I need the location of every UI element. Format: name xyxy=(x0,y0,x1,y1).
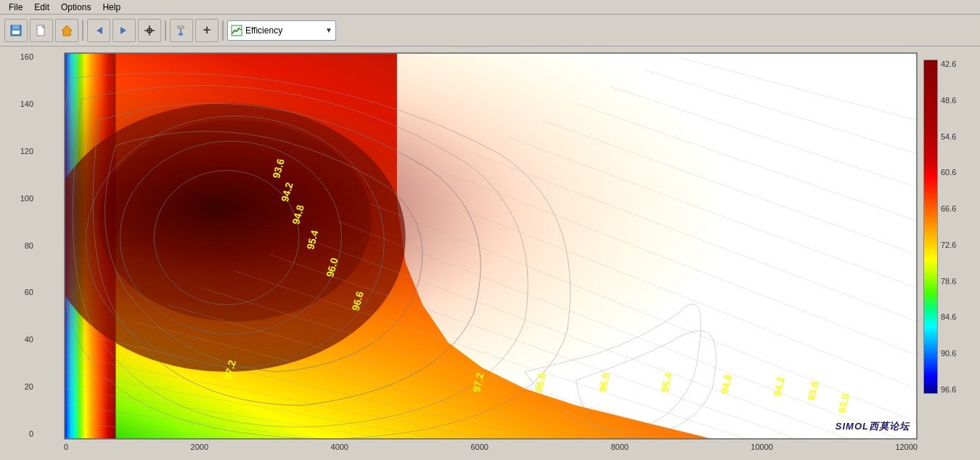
add-button[interactable]: + xyxy=(195,19,219,42)
x-axis: 0 2000 4000 6000 8000 10000 12000 xyxy=(35,441,918,451)
cb-label-90.6: 90.6 xyxy=(941,349,956,358)
svg-point-12 xyxy=(179,33,183,36)
new-button[interactable] xyxy=(30,19,53,42)
y-label-100: 100 xyxy=(20,194,33,203)
y-label-40: 40 xyxy=(25,335,33,344)
svg-rect-2 xyxy=(12,31,20,34)
save-button[interactable] xyxy=(4,19,28,42)
chart-canvas[interactable]: 93.6 94.2 94.8 95.4 96.0 96.6 97.2 97.2 … xyxy=(64,52,918,440)
svg-marker-5 xyxy=(97,27,102,34)
svg-rect-11 xyxy=(180,28,181,33)
cb-label-42.6: 42.6 xyxy=(941,60,956,68)
x-label-12000: 12000 xyxy=(895,443,918,451)
toolbar: + Efficiency ▼ xyxy=(0,15,980,47)
crosshair-button[interactable] xyxy=(138,19,161,42)
y-label-20: 20 xyxy=(25,382,33,391)
main-content: 0 20 40 60 80 100 120 140 160 xyxy=(0,47,980,460)
colorbar-labels: 96.6 90.6 84.6 78.6 72.6 66.6 60.6 54.6 … xyxy=(941,60,956,394)
y-label-0: 0 xyxy=(29,429,33,438)
dropdown-label: Efficiency xyxy=(245,25,282,36)
menu-help[interactable]: Help xyxy=(97,2,126,12)
y-label-60: 60 xyxy=(25,288,33,296)
x-label-6000: 6000 xyxy=(470,443,488,451)
toolbar-sep-3 xyxy=(222,20,224,41)
green-chart-icon xyxy=(231,25,242,36)
efficiency-dropdown[interactable]: Efficiency ▼ xyxy=(227,20,336,41)
home-button[interactable] xyxy=(55,19,78,42)
x-label-10000: 10000 xyxy=(751,443,773,451)
svg-rect-20 xyxy=(65,53,917,439)
svg-marker-4 xyxy=(62,25,72,36)
x-label-2000: 2000 xyxy=(191,443,208,451)
cb-label-72.6: 72.6 xyxy=(941,241,956,249)
brush-button[interactable] xyxy=(170,19,193,42)
svg-marker-6 xyxy=(121,27,126,34)
cb-label-84.6: 84.6 xyxy=(941,312,956,321)
chart-area: 0 20 40 60 80 100 120 140 160 xyxy=(6,52,918,454)
cb-label-48.6: 48.6 xyxy=(941,96,956,105)
y-label-140: 140 xyxy=(20,100,33,108)
chart-svg: 93.6 94.2 94.8 95.4 96.0 96.6 97.2 97.2 … xyxy=(65,53,917,439)
cb-label-66.6: 66.6 xyxy=(941,204,956,213)
toolbar-sep-1 xyxy=(82,20,83,41)
y-label-120: 120 xyxy=(20,147,33,156)
menu-options[interactable]: Options xyxy=(55,2,97,12)
cb-label-54.6: 54.6 xyxy=(941,132,956,141)
colorbar-wrapper: 96.6 90.6 84.6 78.6 72.6 66.6 60.6 54.6 … xyxy=(923,60,956,394)
menubar: File Edit Options Help xyxy=(0,0,980,15)
x-label-0: 0 xyxy=(64,443,68,451)
svg-rect-10 xyxy=(178,26,184,28)
x-label-8000: 8000 xyxy=(611,443,628,451)
colorbar xyxy=(923,60,938,394)
y-label-160: 160 xyxy=(20,52,33,61)
y-label-80: 80 xyxy=(25,241,33,250)
forward-button[interactable] xyxy=(113,19,136,42)
cb-label-60.6: 60.6 xyxy=(941,168,956,177)
cb-label-78.6: 78.6 xyxy=(941,277,956,286)
watermark: SIMOL西莫论坛 xyxy=(836,420,910,433)
menu-edit[interactable]: Edit xyxy=(28,2,55,12)
y-axis: 0 20 40 60 80 100 120 140 160 xyxy=(6,52,33,438)
dropdown-arrow-icon: ▼ xyxy=(325,26,332,34)
svg-rect-1 xyxy=(13,25,19,29)
back-button[interactable] xyxy=(87,19,110,42)
toolbar-sep-2 xyxy=(165,20,166,41)
menu-file[interactable]: File xyxy=(3,2,28,12)
colorbar-container: 96.6 90.6 84.6 78.6 72.6 66.6 60.6 54.6 … xyxy=(923,52,974,454)
cb-label-96.6: 96.6 xyxy=(941,385,956,394)
x-label-4000: 4000 xyxy=(331,443,348,451)
